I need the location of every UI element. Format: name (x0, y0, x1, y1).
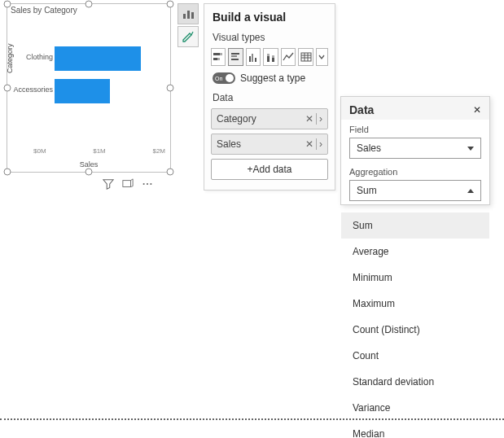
data-popup-title: Data (349, 103, 374, 116)
add-data-button[interactable]: +Add data (211, 159, 328, 180)
svg-rect-4 (183, 14, 186, 19)
resize-handle[interactable] (85, 1, 93, 8)
toggle-label: On (215, 76, 222, 81)
resize-handle[interactable] (167, 1, 174, 8)
remove-field-icon[interactable]: ✕ (305, 138, 313, 150)
field-label: Field (341, 120, 489, 136)
suggest-type-toggle[interactable]: On (213, 72, 235, 84)
x-tick: $1M (93, 147, 106, 155)
suggest-type-label: Suggest a type (240, 72, 305, 84)
focus-mode-icon[interactable] (121, 177, 134, 191)
field-dropdown-value: Sales (357, 142, 381, 154)
resize-handle[interactable] (85, 169, 93, 176)
chevron-up-icon (467, 189, 474, 193)
visual-types-label: Visual types (204, 28, 335, 46)
x-axis: $0M $1M $2M (33, 147, 165, 155)
visual-type-stacked-column-icon[interactable] (263, 48, 278, 66)
aggregation-option-list: Sum Average Minimum Maximum Count (Disti… (341, 212, 489, 438)
visual-type-clustered-column-icon[interactable] (246, 48, 261, 66)
page-boundary-line (0, 418, 504, 420)
chart-visual[interactable]: Sales by Category Category Clothing Acce… (7, 3, 171, 173)
field-pill-sales[interactable]: Sales ✕ › (211, 134, 328, 155)
aggregation-option[interactable]: Variance (341, 395, 489, 421)
svg-rect-12 (231, 55, 237, 57)
svg-rect-16 (255, 58, 256, 62)
svg-rect-21 (301, 53, 311, 61)
aggregation-option[interactable]: Average (341, 239, 489, 265)
format-visual-tab[interactable] (177, 26, 199, 47)
remove-field-icon[interactable]: ✕ (305, 113, 313, 125)
visual-type-expand-icon[interactable] (316, 48, 328, 66)
svg-point-3 (150, 183, 151, 185)
bar-label: Accessories (12, 85, 53, 94)
panel-title: Build a visual (204, 4, 335, 28)
svg-rect-18 (267, 54, 270, 56)
resize-handle[interactable] (4, 85, 11, 92)
x-tick: $0M (33, 147, 46, 155)
svg-rect-10 (217, 58, 220, 60)
chart-toolbar (102, 177, 154, 191)
filter-icon[interactable] (102, 177, 115, 191)
svg-rect-5 (187, 11, 190, 19)
more-options-icon[interactable] (141, 177, 154, 191)
svg-point-2 (147, 183, 148, 185)
visual-type-table-icon[interactable] (298, 48, 313, 66)
bar[interactable] (55, 79, 110, 103)
field-menu-icon[interactable]: › (319, 113, 322, 125)
svg-rect-14 (249, 56, 251, 62)
aggregation-option[interactable]: Minimum (341, 265, 489, 291)
aggregation-option[interactable]: Sum (341, 212, 489, 239)
build-visual-panel: Build a visual Visual types On Suggest a… (204, 3, 335, 191)
close-icon[interactable]: ✕ (473, 104, 481, 116)
svg-rect-6 (191, 12, 194, 19)
aggregation-option[interactable]: Count (341, 343, 489, 369)
build-visual-tab[interactable] (177, 3, 199, 24)
svg-rect-15 (252, 54, 253, 62)
svg-rect-9 (213, 58, 217, 60)
resize-handle[interactable] (4, 1, 11, 8)
visual-types-row (204, 46, 335, 68)
field-pill-category[interactable]: Category ✕ › (211, 108, 328, 129)
add-data-label: +Add data (247, 164, 291, 175)
visual-type-stacked-bar-icon[interactable] (211, 48, 226, 66)
aggregation-option[interactable]: Standard deviation (341, 369, 489, 395)
resize-handle[interactable] (167, 169, 174, 176)
svg-rect-19 (272, 58, 274, 62)
bar-label: Clothing (12, 53, 53, 61)
aggregation-dropdown[interactable]: Sum (349, 180, 481, 201)
aggregation-option[interactable]: Median (341, 421, 489, 438)
svg-rect-13 (231, 59, 239, 60)
field-menu-icon[interactable]: › (319, 138, 322, 150)
chevron-down-icon (467, 147, 474, 151)
chart-plot-area: Clothing Accessories (33, 37, 165, 126)
data-section-label: Data (204, 89, 335, 107)
aggregation-label: Aggregation (341, 162, 489, 178)
resize-handle[interactable] (167, 85, 174, 92)
visual-type-line-icon[interactable] (281, 48, 296, 66)
x-tick: $2M (152, 147, 165, 155)
svg-rect-8 (220, 53, 222, 55)
svg-rect-0 (123, 181, 131, 187)
aggregation-option[interactable]: Count (Distinct) (341, 317, 489, 343)
visual-type-clustered-bar-icon[interactable] (228, 48, 243, 66)
aggregation-option[interactable]: Maximum (341, 291, 489, 317)
svg-rect-17 (267, 56, 270, 62)
side-tools (177, 3, 199, 49)
field-pill-label: Category (217, 113, 256, 125)
field-pill-label: Sales (217, 138, 241, 150)
svg-rect-20 (272, 55, 274, 58)
resize-handle[interactable] (4, 169, 11, 176)
svg-rect-11 (231, 53, 239, 55)
x-axis-title: Sales (7, 160, 170, 169)
bar[interactable] (55, 46, 141, 71)
aggregation-dropdown-value: Sum (357, 185, 377, 196)
data-popup: Data ✕ Field Sales Aggregation Sum Sum A… (340, 96, 490, 205)
svg-point-1 (143, 183, 145, 185)
field-dropdown[interactable]: Sales (349, 138, 481, 159)
svg-rect-7 (213, 53, 220, 55)
